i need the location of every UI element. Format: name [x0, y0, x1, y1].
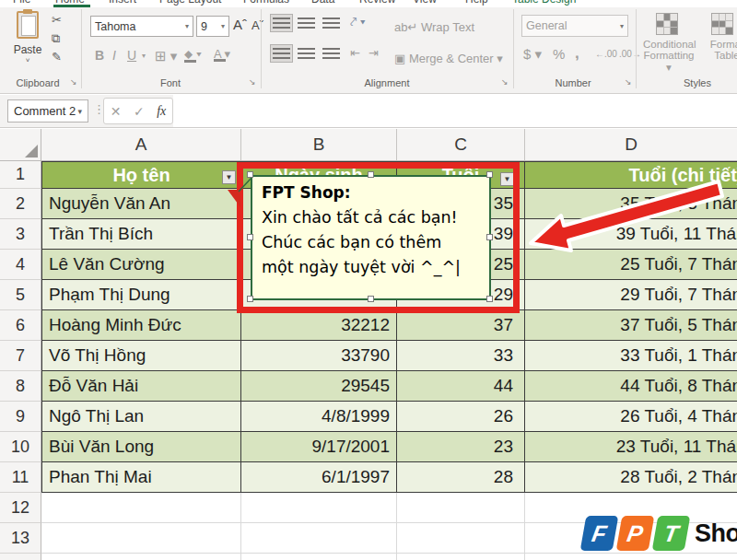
cell-age[interactable]: 37	[397, 310, 525, 341]
decrease-decimal-button[interactable]: .00→	[619, 49, 641, 59]
row-header-1[interactable]: 1	[0, 161, 41, 189]
cell-detail[interactable]: 25 Tuổi, 7 Tháng	[525, 250, 737, 280]
currency-format-button[interactable]: $ ▾	[523, 46, 542, 63]
row-header-8[interactable]: 8	[0, 371, 41, 402]
font-dialog-launcher-icon[interactable]: ↘	[249, 77, 256, 87]
enter-icon[interactable]: ✓	[134, 104, 145, 119]
cell-detail[interactable]: 37 Tuổi, 5 Tháng	[525, 310, 737, 341]
cell-name[interactable]: Đỗ Văn Hải	[41, 371, 241, 402]
comment-resize-handle[interactable]	[368, 171, 374, 178]
align-right-button[interactable]	[320, 44, 343, 63]
cell-name[interactable]: Nguyễn Văn An	[41, 189, 241, 219]
cell-age[interactable]: 23	[397, 432, 525, 462]
cell-name[interactable]: Ngô Thị Lan	[41, 402, 241, 432]
comment-resize-handle[interactable]	[486, 234, 493, 240]
grow-font-button[interactable]: Aˆ	[233, 17, 247, 32]
cut-button[interactable]: ✂	[52, 13, 62, 27]
empty-cell[interactable]	[41, 523, 241, 554]
cell-detail[interactable]: 28 Tuổi, 2 Tháng	[525, 462, 737, 493]
align-middle-button[interactable]	[295, 14, 318, 32]
cell-detail[interactable]: 26 Tuổi, 4 Tháng	[525, 402, 737, 432]
font-name-combo[interactable]: Tahoma▾	[90, 16, 193, 37]
cell-name[interactable]: Bùi Văn Long	[41, 432, 241, 462]
row-header-7[interactable]: 7	[0, 341, 41, 371]
empty-cell[interactable]	[41, 493, 241, 523]
empty-cell[interactable]	[397, 523, 525, 554]
align-center-button[interactable]	[295, 44, 318, 63]
cell-name[interactable]: Võ Thị Hồng	[41, 341, 241, 371]
tab-page-layout[interactable]: Page Layout	[159, 0, 221, 6]
name-box[interactable]: Comment 2 ▾	[7, 99, 88, 122]
font-color-button[interactable]: A ▾	[214, 47, 230, 62]
tab-table-design[interactable]: Table Design	[512, 0, 576, 6]
header-cell-chitiet[interactable]: Tuổi (chi tiết)	[525, 161, 737, 189]
comment-resize-handle[interactable]	[368, 296, 374, 302]
row-header-6[interactable]: 6	[0, 310, 41, 341]
orientation-button[interactable]: ⤤ ▾	[350, 15, 365, 29]
column-header-c[interactable]: C	[397, 129, 525, 161]
number-format-combo[interactable]: General▾	[521, 15, 628, 37]
cell-name[interactable]: Phan Thị Mai	[41, 462, 241, 493]
empty-cell[interactable]	[241, 523, 397, 554]
copy-icon[interactable]: ⧉	[52, 31, 60, 46]
fill-color-button[interactable]: ⬥ ▾	[184, 47, 202, 63]
tab-insert[interactable]: Insert	[109, 0, 136, 6]
row-header-13[interactable]: 13	[0, 523, 41, 554]
cell-detail[interactable]: 23 Tuổi, 11 Tháng	[525, 432, 737, 462]
row-header-4[interactable]: 4	[0, 250, 41, 280]
number-dialog-launcher-icon[interactable]: ↘	[625, 77, 632, 87]
cell-birth[interactable]: 9/17/2001	[241, 432, 397, 462]
empty-cell[interactable]	[241, 554, 397, 560]
cell-detail[interactable]: 35 Tuổi, 3 Tháng	[525, 189, 737, 219]
tab-formulas[interactable]: Formulas	[243, 0, 289, 6]
empty-cell[interactable]	[525, 554, 737, 560]
increase-decimal-button[interactable]: ←.00	[595, 49, 617, 59]
tab-view[interactable]: View	[413, 0, 437, 6]
percent-format-button[interactable]: %	[553, 46, 565, 62]
comma-format-button[interactable]: ,	[575, 44, 579, 63]
align-top-button[interactable]	[270, 14, 293, 32]
underline-button[interactable]: U	[127, 48, 136, 63]
empty-cell[interactable]	[241, 493, 397, 523]
header-cell-hoten[interactable]: Họ tên	[41, 161, 241, 189]
cell-age[interactable]: 33	[397, 341, 525, 371]
cell-name[interactable]: Hoàng Minh Đức	[41, 310, 241, 341]
chevron-down-icon[interactable]: ▾	[142, 52, 146, 60]
empty-cell[interactable]	[41, 554, 241, 560]
paste-button[interactable]: Paste ˅	[7, 11, 48, 77]
shrink-font-button[interactable]: Aˇ	[252, 18, 263, 32]
cancel-icon[interactable]: ✕	[111, 104, 122, 119]
row-header-11[interactable]: 11	[0, 462, 41, 493]
column-header-b[interactable]: B	[241, 129, 397, 161]
wrap-text-button[interactable]: ab↵ Wrap Text	[394, 20, 474, 34]
cell-detail[interactable]: 44 Tuổi, 8 Tháng	[525, 371, 737, 402]
row-header-9[interactable]: 9	[0, 402, 41, 432]
column-header-d[interactable]: D	[525, 129, 737, 161]
row-header-10[interactable]: 10	[0, 432, 41, 462]
empty-cell[interactable]	[397, 554, 525, 560]
cell-birth[interactable]: 33790	[241, 341, 397, 371]
comment-resize-handle[interactable]	[486, 296, 493, 302]
alignment-dialog-launcher-icon[interactable]: ↘	[501, 77, 509, 87]
row-header-12[interactable]: 12	[0, 493, 41, 523]
comment-resize-handle[interactable]	[247, 171, 253, 178]
comment-resize-handle[interactable]	[247, 296, 253, 302]
row-header-14[interactable]: 14	[0, 554, 41, 560]
cell-birth[interactable]: 6/1/1997	[241, 462, 397, 493]
merge-center-button[interactable]: ▣ Merge & Center ▾	[394, 52, 503, 65]
tab-file[interactable]: File	[13, 0, 30, 6]
row-header-3[interactable]: 3	[0, 219, 41, 250]
cell-age[interactable]: 28	[397, 462, 525, 493]
borders-button[interactable]: ⊞ ▾	[155, 48, 177, 64]
comment-resize-handle[interactable]	[486, 171, 493, 178]
cell-birth[interactable]: 4/8/1999	[241, 402, 397, 432]
cell-detail[interactable]: 33 Tuổi, 1 Tháng	[525, 341, 737, 371]
format-as-table-button[interactable]: Format Table	[704, 39, 737, 61]
tab-help[interactable]: Help	[465, 0, 488, 6]
cell-name[interactable]: Phạm Thị Dung	[41, 280, 241, 310]
align-bottom-button[interactable]	[320, 14, 343, 32]
tab-data[interactable]: Data	[311, 0, 334, 6]
insert-function-icon[interactable]: fx	[157, 104, 166, 119]
comment-box[interactable]: FPT Shop: Xin chào tất cả các bạn! Chúc …	[251, 175, 491, 300]
cell-name[interactable]: Trần Thị Bích	[41, 219, 241, 250]
